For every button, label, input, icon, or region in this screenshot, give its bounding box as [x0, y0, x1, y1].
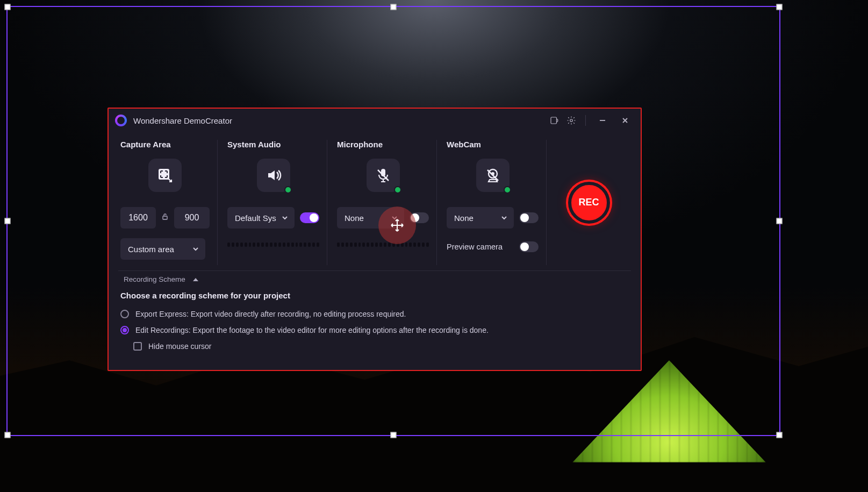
system-audio-level-meter: [227, 243, 319, 247]
app-logo-icon: [115, 115, 127, 126]
record-button-label: REC: [578, 197, 599, 208]
capture-width-input[interactable]: [120, 207, 156, 229]
aspect-lock-icon[interactable]: [161, 213, 169, 223]
webcam-panel: WebCam None Preview camera: [436, 140, 546, 265]
recording-list-icon[interactable]: [549, 115, 559, 126]
chevron-down-icon: [191, 245, 200, 253]
selection-handle-e[interactable]: [777, 218, 783, 224]
close-button[interactable]: [617, 112, 633, 129]
chevron-down-icon: [500, 213, 508, 222]
capture-height-input[interactable]: [174, 207, 210, 229]
controls-row: Capture Area Custom area System Audio: [109, 132, 641, 265]
hide-mouse-cursor-label: Hide mouse cursor: [148, 342, 212, 351]
system-audio-device-select[interactable]: Default Syste: [227, 207, 295, 229]
chevron-down-icon: [390, 213, 399, 222]
microphone-panel: Microphone None: [327, 140, 436, 265]
system-audio-title: System Audio: [227, 140, 319, 149]
selection-handle-ne[interactable]: [777, 4, 783, 10]
capture-area-title: Capture Area: [120, 140, 210, 149]
capture-mode-value: Custom area: [128, 245, 187, 254]
preview-camera-label: Preview camera: [447, 243, 503, 251]
webcam-button[interactable]: [476, 159, 510, 192]
microphone-title: Microphone: [337, 140, 429, 149]
recording-scheme-title: Choose a recording scheme for your proje…: [120, 291, 631, 300]
status-ok-icon: [284, 186, 292, 194]
webcam-device-value: None: [454, 213, 496, 223]
selection-handle-n[interactable]: [391, 4, 397, 10]
scheme-option-export-express[interactable]: Export Express: Export video directly af…: [120, 310, 631, 318]
recording-scheme-body: Choose a recording scheme for your proje…: [109, 283, 641, 351]
hide-mouse-cursor-checkbox[interactable]: Hide mouse cursor: [133, 342, 631, 351]
minimize-button[interactable]: [594, 112, 611, 129]
selection-handle-w[interactable]: [5, 218, 11, 224]
svg-point-1: [570, 119, 573, 122]
record-panel: REC: [546, 140, 631, 265]
microphone-device-select[interactable]: None: [337, 207, 404, 229]
capture-mode-select[interactable]: Custom area: [120, 238, 205, 260]
svg-rect-0: [551, 117, 557, 124]
webcam-toggle[interactable]: [519, 212, 539, 223]
scheme-option-edit-recordings[interactable]: Edit Recordings: Export the footage to t…: [120, 326, 631, 334]
svg-rect-2: [159, 169, 169, 180]
chevron-down-icon: [281, 213, 289, 222]
scheme-option-label: Edit Recordings: Export the footage to t…: [135, 326, 489, 334]
radio-icon: [120, 326, 129, 334]
system-audio-device-value: Default Syste: [235, 213, 276, 223]
scheme-option-label: Export Express: Export video directly af…: [135, 310, 406, 318]
recording-scheme-header-label: Recording Scheme: [124, 275, 185, 283]
settings-icon[interactable]: [566, 115, 577, 126]
collapse-up-icon: [193, 278, 198, 281]
webcam-title: WebCam: [447, 140, 539, 149]
system-audio-button[interactable]: [257, 159, 290, 192]
selection-handle-nw[interactable]: [5, 4, 11, 10]
system-audio-panel: System Audio Default Syste: [217, 140, 327, 265]
status-ok-icon: [394, 186, 401, 194]
democreator-window: Wondershare DemoCreator Capture Area: [107, 108, 642, 371]
radio-icon: [120, 310, 129, 318]
microphone-toggle[interactable]: [410, 212, 429, 223]
checkbox-icon: [133, 342, 142, 351]
record-button[interactable]: REC: [568, 182, 610, 224]
microphone-button[interactable]: [367, 159, 400, 192]
recording-scheme-header[interactable]: Recording Scheme: [109, 271, 641, 283]
preview-camera-toggle[interactable]: [519, 241, 539, 252]
capture-area-panel: Capture Area Custom area: [118, 140, 217, 265]
microphone-device-value: None: [345, 213, 386, 223]
titlebar: Wondershare DemoCreator: [109, 109, 641, 132]
capture-area-button[interactable]: [148, 159, 182, 192]
webcam-device-select[interactable]: None: [447, 207, 514, 229]
titlebar-separator: [585, 115, 586, 126]
status-ok-icon: [504, 186, 511, 194]
app-title: Wondershare DemoCreator: [133, 116, 232, 125]
microphone-level-meter: [337, 243, 429, 247]
system-audio-toggle[interactable]: [300, 212, 319, 223]
svg-rect-3: [163, 216, 167, 219]
